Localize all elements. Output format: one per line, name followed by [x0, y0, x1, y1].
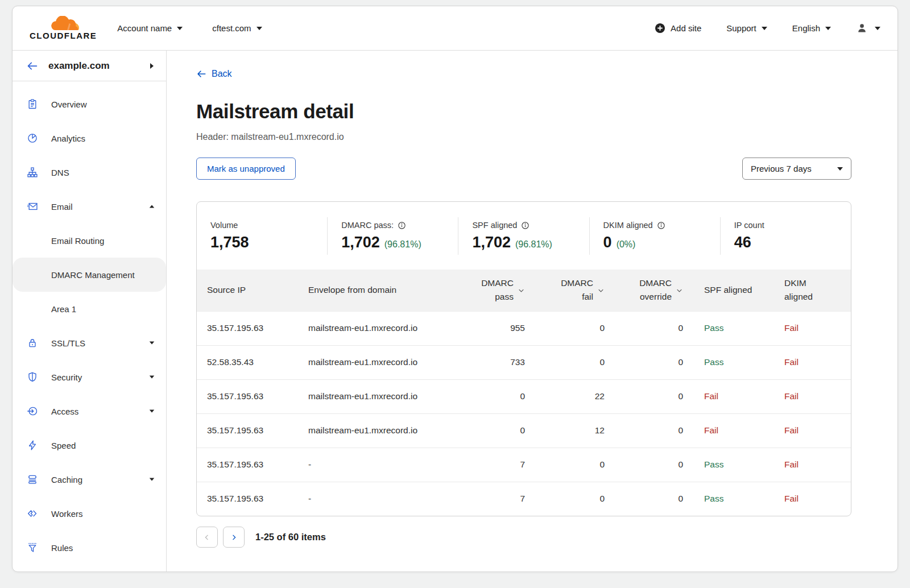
sidebar-item-rules[interactable]: Rules [13, 531, 166, 565]
expand-icon [150, 409, 155, 412]
chevron-down-icon [762, 27, 767, 30]
sidebar-item-workers[interactable]: Workers [13, 496, 166, 531]
lock-icon [26, 337, 39, 349]
language-menu[interactable]: English [792, 23, 831, 33]
cell-dmarc-override: 0 [605, 413, 683, 448]
stats-and-table-panel: Volume 1,758 DMARC pass: 1,702( [196, 201, 851, 516]
col-dmarc-override[interactable]: DMARC override [605, 270, 683, 311]
cell-envelope-domain: mailstream-eu1.mxrecord.io [298, 413, 447, 448]
sort-chevron-icon [676, 287, 683, 294]
cell-spf-aligned: Fail [683, 413, 784, 448]
chevron-down-icon [177, 27, 183, 30]
cell-dmarc-pass: 733 [447, 345, 525, 379]
stat-spf-aligned: SPF aligned 1,702(96.81%) [458, 217, 589, 255]
cell-dmarc-override: 0 [605, 448, 683, 482]
cell-source-ip: 35.157.195.63 [197, 311, 298, 345]
table-row: 52.58.35.43 mailstream-eu1.mxrecord.io 7… [197, 345, 851, 379]
sidebar-item-speed[interactable]: Speed [13, 428, 166, 462]
cell-dmarc-fail: 22 [525, 379, 605, 413]
cell-dmarc-fail: 0 [525, 345, 605, 379]
cell-dmarc-fail: 12 [525, 413, 605, 448]
stats-bar: Volume 1,758 DMARC pass: 1,702( [197, 202, 851, 270]
info-icon[interactable] [657, 221, 665, 230]
stat-dmarc-pass: DMARC pass: 1,702(96.81%) [327, 217, 458, 255]
cell-dmarc-fail: 0 [525, 448, 605, 482]
funnel-icon [26, 542, 39, 553]
top-bar: CLOUDFLARE Account name cftest.com Add s… [13, 6, 897, 51]
cell-dmarc-override: 0 [605, 345, 683, 379]
sidebar-item-analytics[interactable]: Analytics [13, 121, 166, 155]
table-row: 35.157.195.63 mailstream-eu1.mxrecord.io… [197, 311, 851, 345]
main-content: Back Mailstream detail Header: mailstrea… [167, 51, 898, 572]
support-menu[interactable]: Support [726, 23, 767, 33]
cell-dkim-aligned: Fail [784, 448, 851, 482]
sidebar: example.com Overview [13, 51, 167, 572]
cell-source-ip: 35.157.195.63 [197, 413, 298, 448]
col-dkim-aligned: DKIM aligned [784, 270, 851, 311]
table-header-row: Source IP Envelope from domain DMARC pas… [197, 270, 851, 311]
sidebar-item-dns[interactable]: DNS [13, 155, 166, 189]
cell-dkim-aligned: Fail [784, 379, 851, 413]
code-brackets-icon [26, 508, 39, 519]
stat-ip-count: IP count 46 [720, 217, 851, 255]
cell-dmarc-fail: 0 [525, 482, 605, 516]
back-link[interactable]: Back [196, 69, 232, 79]
cloudflare-logo[interactable]: CLOUDFLARE [30, 16, 97, 40]
cell-envelope-domain: mailstream-eu1.mxrecord.io [298, 345, 447, 379]
network-tree-icon [26, 167, 39, 178]
cell-dkim-aligned: Fail [784, 311, 851, 345]
table-row: 35.157.195.63 - 7 0 0 Pass Fail [197, 448, 851, 482]
date-range-select[interactable]: Previous 7 days [742, 158, 851, 180]
cell-dmarc-pass: 7 [447, 482, 525, 516]
chevron-left-icon [203, 533, 211, 541]
sidebar-item-security[interactable]: Security [13, 360, 166, 394]
cell-source-ip: 35.157.195.63 [197, 379, 298, 413]
sidebar-item-ssl-tls[interactable]: SSL/TLS [13, 326, 166, 360]
account-menu[interactable]: Account name [117, 23, 183, 33]
chevron-right-icon [150, 63, 154, 69]
pie-chart-icon [26, 132, 39, 144]
cell-envelope-domain: mailstream-eu1.mxrecord.io [298, 379, 447, 413]
cell-dmarc-pass: 0 [447, 413, 525, 448]
cell-dmarc-fail: 0 [525, 311, 605, 345]
sidebar-item-caching[interactable]: Caching [13, 462, 166, 496]
expand-icon [150, 478, 155, 481]
mark-unapproved-button[interactable]: Mark as unapproved [196, 158, 296, 180]
prev-page-button[interactable] [196, 527, 218, 548]
stat-dkim-aligned: DKIM aligned 0(0%) [589, 217, 720, 255]
sidebar-site-header[interactable]: example.com [13, 51, 166, 81]
col-source-ip: Source IP [197, 270, 298, 311]
top-bar-right: Add site Support English [655, 22, 880, 34]
col-dmarc-fail[interactable]: DMARC fail [525, 270, 605, 311]
next-page-button[interactable] [223, 527, 245, 548]
sidebar-item-email[interactable]: Email [13, 189, 166, 223]
page-subtitle: Header: mailstream-eu1.mxrecord.io [196, 132, 851, 142]
info-icon[interactable] [398, 221, 406, 230]
info-icon[interactable] [521, 221, 530, 230]
stack-icon [26, 474, 39, 485]
sidebar-item-area1[interactable]: Area 1 [13, 292, 166, 326]
add-site-button[interactable]: Add site [655, 23, 701, 34]
site-menu[interactable]: cftest.com [212, 23, 262, 33]
site-name: example.com [48, 60, 140, 72]
sidebar-item-dmarc-management[interactable]: DMARC Management [13, 258, 166, 292]
top-nav: Account name cftest.com [117, 23, 262, 33]
shield-icon [26, 371, 39, 383]
back-arrow-icon [196, 69, 206, 78]
cell-dkim-aligned: Fail [784, 413, 851, 448]
cell-envelope-domain: mailstream-eu1.mxrecord.io [298, 311, 447, 345]
sidebar-item-overview[interactable]: Overview [13, 87, 166, 121]
cell-dmarc-override: 0 [605, 311, 683, 345]
user-menu[interactable] [856, 22, 880, 34]
cell-envelope-domain: - [298, 482, 447, 516]
cell-dmarc-pass: 955 [447, 311, 525, 345]
sidebar-item-access[interactable]: Access [13, 394, 166, 428]
expand-icon [150, 375, 155, 378]
lightning-icon [26, 440, 39, 451]
sidebar-item-email-routing[interactable]: Email Routing [13, 223, 166, 258]
col-dmarc-pass[interactable]: DMARC pass [447, 270, 525, 311]
cell-source-ip: 35.157.195.63 [197, 448, 298, 482]
table-row: 35.157.195.63 mailstream-eu1.mxrecord.io… [197, 379, 851, 413]
plus-circle-icon [655, 23, 665, 34]
user-icon [856, 22, 868, 34]
